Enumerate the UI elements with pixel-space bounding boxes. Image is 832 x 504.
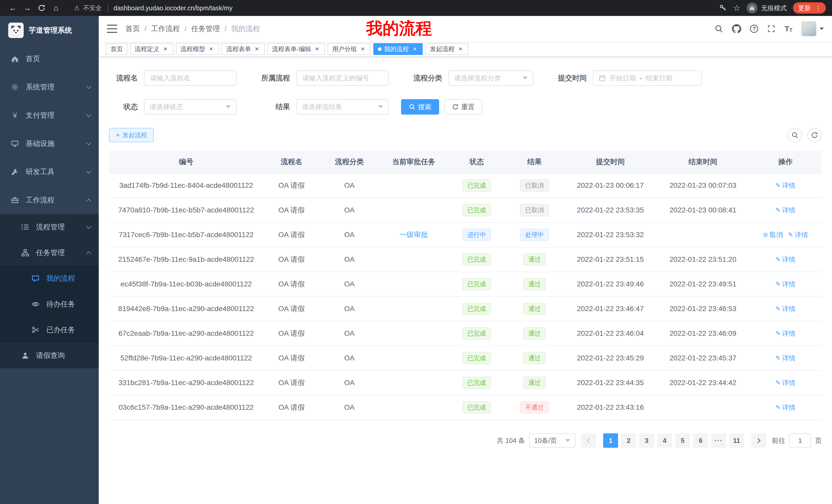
- user-avatar[interactable]: [801, 21, 824, 36]
- breadcrumb-separator: /: [145, 25, 147, 33]
- status-badge: 进行中: [462, 229, 491, 241]
- password-key-icon[interactable]: [719, 4, 727, 12]
- cell-id: 819442e8-7b9a-11ec-a290-acde48001122: [109, 297, 263, 321]
- tab-close-icon[interactable]: ×: [457, 46, 464, 52]
- page-11[interactable]: 11: [729, 433, 744, 448]
- app-logo[interactable]: 芋道管理系统: [0, 16, 99, 45]
- page-4[interactable]: 4: [657, 433, 672, 448]
- tab-7[interactable]: 发起流程×: [425, 43, 468, 55]
- reset-button[interactable]: 重置: [444, 99, 482, 115]
- detail-link[interactable]: ✎详情: [775, 181, 796, 190]
- cell-result: 通过: [505, 247, 564, 272]
- browser-refresh-icon[interactable]: [35, 1, 48, 15]
- breadcrumb-task-mgmt[interactable]: 任务管理: [191, 24, 220, 34]
- sidebar-item-payment[interactable]: ¥ 支付管理: [0, 101, 99, 130]
- page-2[interactable]: 2: [621, 433, 636, 448]
- breadcrumb-separator: /: [225, 25, 227, 33]
- page-1[interactable]: 1: [603, 433, 618, 448]
- parent-process-input[interactable]: [296, 71, 389, 86]
- cell-result: 通过: [505, 272, 564, 297]
- category-select[interactable]: 请选择流程分类: [448, 71, 533, 86]
- cell-current-task: 一级审批: [379, 222, 448, 247]
- sidebar-item-todo-tasks[interactable]: 待办任务: [0, 291, 99, 317]
- sidebar-item-home[interactable]: 首页: [0, 45, 99, 73]
- submit-time-range[interactable]: 开始日期 - 结束日期: [593, 71, 702, 86]
- sidebar-toggle-button[interactable]: [107, 25, 117, 33]
- pager-ellipsis[interactable]: ···: [711, 433, 726, 448]
- sidebar-item-system[interactable]: 系统管理: [0, 73, 99, 101]
- detail-link[interactable]: ✎详情: [775, 255, 796, 264]
- tab-4[interactable]: 流程表单-编辑×: [267, 43, 325, 55]
- page-3[interactable]: 3: [639, 433, 654, 448]
- github-icon[interactable]: [732, 24, 741, 33]
- tab-2[interactable]: 流程模型×: [176, 43, 219, 55]
- result-select[interactable]: 请选择流结果: [296, 99, 389, 115]
- page-5[interactable]: 5: [675, 433, 690, 448]
- detail-link[interactable]: ✎详情: [775, 206, 796, 215]
- browser-home-icon[interactable]: ⌂: [49, 1, 63, 15]
- sidebar-item-done-tasks[interactable]: 已办任务: [0, 317, 99, 343]
- cell-actions: ✎详情: [749, 247, 822, 272]
- sidebar-item-infra[interactable]: 基础设施: [0, 130, 99, 158]
- chevron-down-icon: [86, 84, 91, 89]
- process-name-label: 流程名: [109, 73, 144, 83]
- next-page-button[interactable]: [751, 433, 766, 448]
- help-icon[interactable]: ?: [750, 25, 758, 33]
- sidebar-item-devtools[interactable]: 研发工具: [0, 158, 99, 186]
- create-process-button[interactable]: + 发起流程: [109, 128, 154, 142]
- browser-forward-icon[interactable]: →: [21, 1, 34, 15]
- search-icon[interactable]: [714, 24, 723, 33]
- search-button[interactable]: 搜索: [401, 99, 439, 115]
- fullscreen-icon[interactable]: [767, 24, 776, 33]
- detail-link[interactable]: ✎详情: [775, 354, 796, 363]
- detail-link[interactable]: ✎详情: [775, 280, 796, 289]
- toggle-search-button[interactable]: [788, 128, 802, 142]
- tab-close-icon[interactable]: ×: [314, 46, 320, 52]
- goto-page-input[interactable]: [789, 433, 811, 448]
- browser-back-icon[interactable]: ←: [6, 1, 20, 15]
- detail-link[interactable]: ✎详情: [775, 379, 796, 387]
- sidebar-item-leave-query[interactable]: 请假查询: [0, 343, 99, 368]
- op-label: 详情: [782, 255, 796, 264]
- detail-link[interactable]: ✎详情: [775, 329, 796, 338]
- page-size-select[interactable]: 10条/页: [529, 433, 575, 448]
- page-6[interactable]: 6: [693, 433, 708, 448]
- active-tab-dot: [378, 47, 382, 51]
- briefcase-icon: [10, 195, 20, 205]
- prev-page-button[interactable]: [581, 433, 596, 448]
- chrome-update-button[interactable]: 更新 ⋮: [793, 2, 826, 13]
- detail-link[interactable]: ✎详情: [788, 230, 808, 240]
- parent-process-label: 所属流程: [249, 73, 296, 83]
- tab-close-icon[interactable]: ×: [208, 46, 214, 52]
- address-bar[interactable]: ⚠ 不安全 dashboard.yudao.iocoder.cn/bpm/tas…: [74, 4, 232, 12]
- tab-close-icon[interactable]: ×: [254, 46, 260, 52]
- status-select[interactable]: 请选择状态: [144, 99, 237, 115]
- breadcrumb-workflow[interactable]: 工作流程: [151, 24, 180, 34]
- detail-link[interactable]: ✎详情: [775, 304, 796, 313]
- current-task-link[interactable]: 一级审批: [399, 231, 428, 239]
- refresh-table-button[interactable]: [807, 128, 822, 142]
- tab-0[interactable]: 首页: [106, 43, 128, 55]
- tab-close-icon[interactable]: ×: [162, 46, 169, 52]
- font-size-icon[interactable]: TT: [784, 24, 792, 33]
- url-text: dashboard.yudao.iocoder.cn/bpm/task/my: [114, 4, 233, 12]
- tab-close-icon[interactable]: ×: [359, 46, 366, 52]
- tab-close-icon[interactable]: ×: [411, 46, 418, 52]
- sidebar-item-process-mgmt[interactable]: 流程管理: [0, 214, 99, 240]
- process-name-input[interactable]: [144, 71, 237, 86]
- sidebar-item-my-process[interactable]: 我的流程: [0, 265, 99, 291]
- tab-5[interactable]: 用户分组×: [328, 43, 371, 55]
- sidebar-item-label: 系统管理: [26, 82, 87, 92]
- sidebar-item-task-mgmt[interactable]: 任务管理: [0, 240, 99, 265]
- breadcrumb-home[interactable]: 首页: [126, 24, 140, 34]
- sidebar-item-workflow[interactable]: 工作流程: [0, 186, 99, 214]
- scissors-icon: [31, 325, 40, 334]
- tab-6[interactable]: 我的流程×: [373, 43, 423, 55]
- cancel-link[interactable]: ⊘取消: [763, 230, 783, 240]
- kebab-menu-icon[interactable]: ⋮: [813, 4, 824, 12]
- tab-1[interactable]: 流程定义×: [130, 43, 173, 55]
- chevron-down-icon: [820, 27, 824, 30]
- tab-3[interactable]: 流程表单×: [222, 43, 265, 55]
- bookmark-star-icon[interactable]: ☆: [733, 3, 740, 13]
- detail-link[interactable]: ✎详情: [775, 403, 796, 412]
